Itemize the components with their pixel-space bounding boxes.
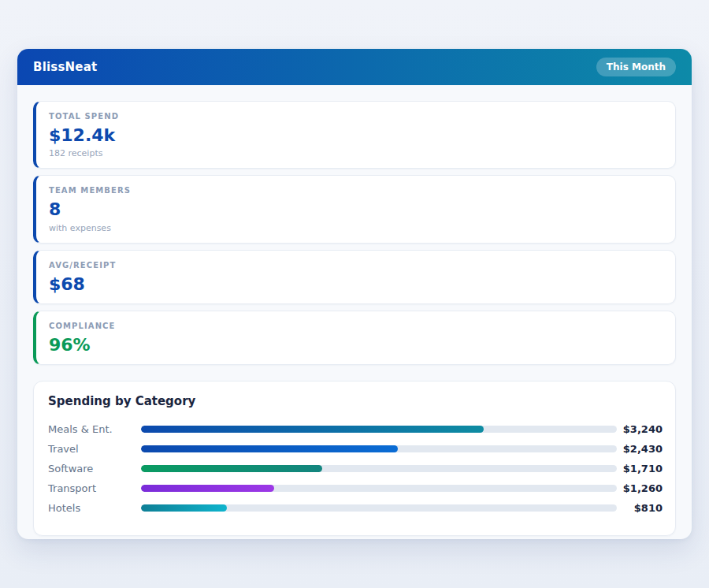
stat-subtext: with expenses [49,223,663,233]
category-value: $810 [617,502,663,514]
bar-fill-software [141,465,322,472]
category-value: $1,260 [617,482,663,494]
stat-label: TEAM MEMBERS [49,186,663,195]
stat-label: COMPLIANCE [49,322,663,330]
app-header: BlissNeat This Month [17,49,692,85]
chart-row-software: Software $1,710 [48,459,663,478]
chart-row-hotels: Hotels $810 [48,498,663,518]
category-label: Transport [48,482,141,494]
stat-value: 8 [49,199,663,219]
stat-card-compliance: COMPLIANCE 96% [33,311,676,365]
category-value: $1,710 [617,463,663,474]
category-value: $2,430 [617,443,663,455]
app-title: BlissNeat [33,60,97,74]
bar-track [141,426,617,433]
stat-card-total-spend: TOTAL SPEND $12.4k 182 receipts [33,101,676,169]
stat-subtext: 182 receipts [49,148,663,158]
category-label: Hotels [48,502,141,514]
bar-track [141,445,617,452]
stat-value: $12.4k [49,125,663,145]
chart-row-travel: Travel $2,430 [48,439,663,459]
bar-track [141,485,617,492]
chart-row-meals: Meals & Ent. $3,240 [48,419,663,439]
chart-row-transport: Transport $1,260 [48,478,663,498]
category-value: $3,240 [617,423,663,435]
stat-label: TOTAL SPEND [49,112,663,121]
chart-title: Spending by Category [48,394,663,408]
bar-fill-meals [141,426,484,433]
category-label: Meals & Ent. [48,423,141,435]
stat-label: AVG/RECEIPT [49,261,663,270]
stat-card-team-members: TEAM MEMBERS 8 with expenses [33,175,676,243]
stat-card-avg-receipt: AVG/RECEIPT $68 [33,250,676,304]
period-badge[interactable]: This Month [596,58,676,76]
bar-fill-travel [141,445,398,452]
stat-value: 96% [49,335,663,355]
bar-fill-transport [141,485,274,492]
bar-track [141,465,617,472]
dashboard-card: BlissNeat This Month TOTAL SPEND $12.4k … [17,49,692,539]
bar-fill-hotels [141,504,227,512]
category-label: Travel [48,443,141,455]
spending-chart-card: Spending by Category Meals & Ent. $3,240… [33,381,676,536]
app-body: TOTAL SPEND $12.4k 182 receipts TEAM MEM… [17,85,692,539]
bar-track [141,504,617,512]
category-label: Software [48,463,141,474]
stat-value: $68 [49,274,663,294]
